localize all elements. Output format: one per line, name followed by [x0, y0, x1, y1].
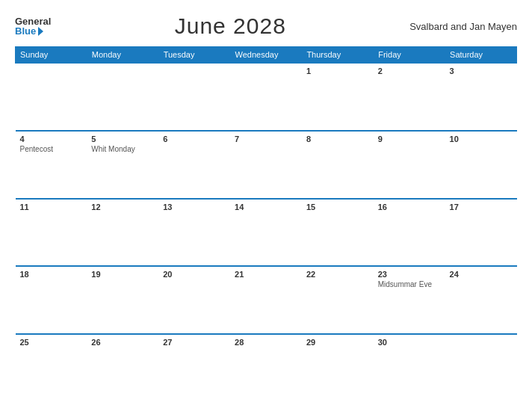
- day-number: 2: [378, 67, 441, 75]
- day-number: 15: [306, 203, 369, 211]
- calendar-cell: 21: [230, 266, 302, 334]
- day-number: 12: [91, 203, 154, 211]
- day-number: 7: [235, 135, 297, 143]
- day-event: Pentecost: [20, 145, 83, 153]
- calendar-header: General Blue June 2028 Svalbard and Jan …: [15, 13, 517, 39]
- day-number: 28: [235, 338, 297, 347]
- calendar-week-row: 252627282930: [16, 334, 517, 402]
- calendar-cell: 29: [302, 334, 374, 402]
- calendar-cell: 1: [302, 63, 374, 131]
- calendar-cell: 8: [302, 131, 374, 199]
- day-number: 24: [450, 270, 513, 279]
- calendar-cell: [230, 63, 302, 131]
- calendar-week-row: 123: [16, 63, 517, 131]
- calendar-cell: [16, 63, 87, 131]
- calendar-cell: 12: [87, 199, 158, 267]
- calendar-cell: [445, 334, 517, 402]
- day-number: 4: [20, 135, 83, 143]
- calendar-cell: [158, 63, 230, 131]
- calendar-cell: 16: [374, 199, 445, 267]
- region-label: Svalbard and Jan Mayen: [409, 21, 517, 32]
- calendar-cell: 18: [16, 266, 87, 334]
- header-thursday: Thursday: [302, 47, 374, 64]
- day-number: 29: [306, 338, 369, 347]
- calendar-cell: 2: [374, 63, 445, 131]
- day-event: Whit Monday: [91, 145, 154, 153]
- calendar-cell: 6: [158, 131, 230, 199]
- day-number: 3: [450, 67, 513, 75]
- calendar-cell: 3: [445, 63, 517, 131]
- calendar-cell: 13: [158, 199, 230, 267]
- day-number: 18: [20, 270, 83, 279]
- calendar-cell: 4Pentecost: [16, 131, 87, 199]
- day-number: 22: [306, 270, 369, 279]
- calendar-title: June 2028: [175, 13, 286, 39]
- day-number: 16: [378, 203, 441, 211]
- calendar-week-row: 181920212223Midsummar Eve24: [16, 266, 517, 334]
- header-wednesday: Wednesday: [230, 47, 302, 64]
- day-number: 19: [91, 270, 154, 279]
- header-tuesday: Tuesday: [158, 47, 230, 64]
- calendar-cell: [87, 63, 158, 131]
- calendar-cell: 25: [16, 334, 87, 402]
- logo-blue-text: Blue: [15, 26, 51, 36]
- header-friday: Friday: [374, 47, 445, 64]
- day-number: 23: [378, 270, 441, 279]
- calendar-cell: 28: [230, 334, 302, 402]
- day-number: 9: [378, 135, 441, 143]
- calendar-week-row: 4Pentecost5Whit Monday678910: [16, 131, 517, 199]
- calendar-cell: 26: [87, 334, 158, 402]
- day-number: 5: [91, 135, 154, 143]
- day-number: 11: [20, 203, 83, 211]
- day-number: 6: [163, 135, 226, 143]
- header-monday: Monday: [87, 47, 158, 64]
- calendar-cell: 17: [445, 199, 517, 267]
- calendar-cell: 23Midsummar Eve: [374, 266, 445, 334]
- day-number: 21: [235, 270, 297, 279]
- calendar-cell: 5Whit Monday: [87, 131, 158, 199]
- calendar-cell: 24: [445, 266, 517, 334]
- day-number: 14: [235, 203, 297, 211]
- calendar-cell: 19: [87, 266, 158, 334]
- day-number: 13: [163, 203, 226, 211]
- day-number: 8: [306, 135, 369, 143]
- day-number: 25: [20, 338, 83, 347]
- calendar-week-row: 11121314151617: [16, 199, 517, 267]
- calendar-cell: 15: [302, 199, 374, 267]
- calendar-cell: 27: [158, 334, 230, 402]
- day-number: 17: [450, 203, 513, 211]
- day-number: 27: [163, 338, 226, 347]
- calendar-table: Sunday Monday Tuesday Wednesday Thursday…: [15, 46, 517, 402]
- day-number: 1: [306, 67, 369, 75]
- calendar-cell: 9: [374, 131, 445, 199]
- logo: General Blue: [15, 16, 51, 36]
- header-saturday: Saturday: [445, 47, 517, 64]
- logo-triangle-icon: [38, 27, 43, 36]
- day-event: Midsummar Eve: [378, 280, 441, 288]
- day-number: 10: [450, 135, 513, 143]
- calendar-cell: 20: [158, 266, 230, 334]
- day-number: 20: [163, 270, 226, 279]
- calendar-cell: 7: [230, 131, 302, 199]
- header-sunday: Sunday: [16, 47, 87, 64]
- day-number: 30: [378, 338, 441, 347]
- weekday-header-row: Sunday Monday Tuesday Wednesday Thursday…: [16, 47, 517, 64]
- day-number: 26: [91, 338, 154, 347]
- calendar-page: General Blue June 2028 Svalbard and Jan …: [0, 0, 532, 411]
- calendar-cell: 22: [302, 266, 374, 334]
- calendar-cell: 10: [445, 131, 517, 199]
- calendar-cell: 11: [16, 199, 87, 267]
- calendar-cell: 30: [374, 334, 445, 402]
- calendar-cell: 14: [230, 199, 302, 267]
